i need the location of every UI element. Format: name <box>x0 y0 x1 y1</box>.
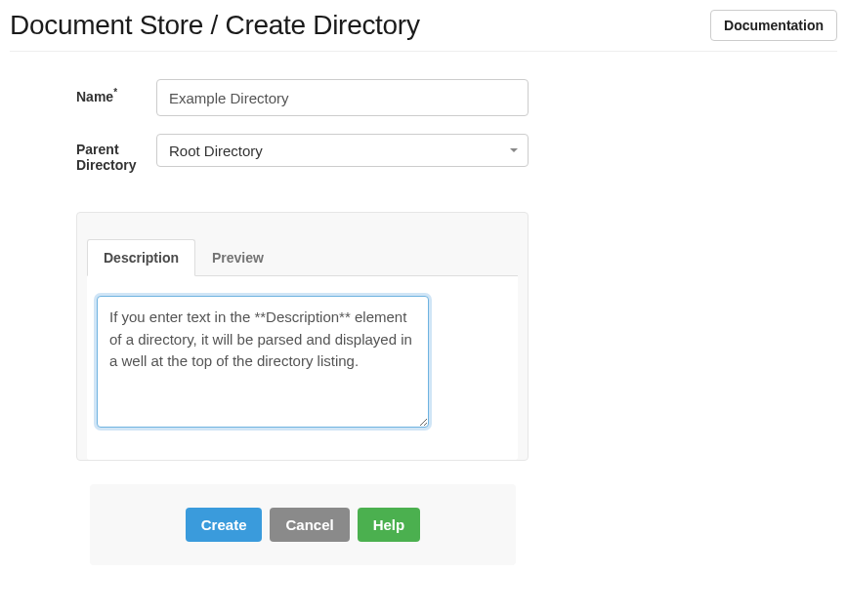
description-textarea[interactable] <box>97 296 429 428</box>
parent-directory-value: Root Directory <box>169 143 263 159</box>
name-label: Name* <box>76 79 156 104</box>
help-button[interactable]: Help <box>358 508 421 542</box>
page-title: Document Store / Create Directory <box>10 10 420 41</box>
create-button[interactable]: Create <box>186 508 263 542</box>
tab-preview[interactable]: Preview <box>195 239 280 276</box>
name-input[interactable] <box>156 79 529 116</box>
parent-directory-label: Parent Directory <box>76 134 156 173</box>
cancel-button[interactable]: Cancel <box>270 508 349 542</box>
parent-directory-select[interactable]: Root Directory <box>156 134 529 167</box>
required-marker: * <box>113 87 117 98</box>
documentation-button[interactable]: Documentation <box>710 10 837 41</box>
tab-description[interactable]: Description <box>87 239 195 276</box>
chevron-down-icon <box>510 148 518 152</box>
